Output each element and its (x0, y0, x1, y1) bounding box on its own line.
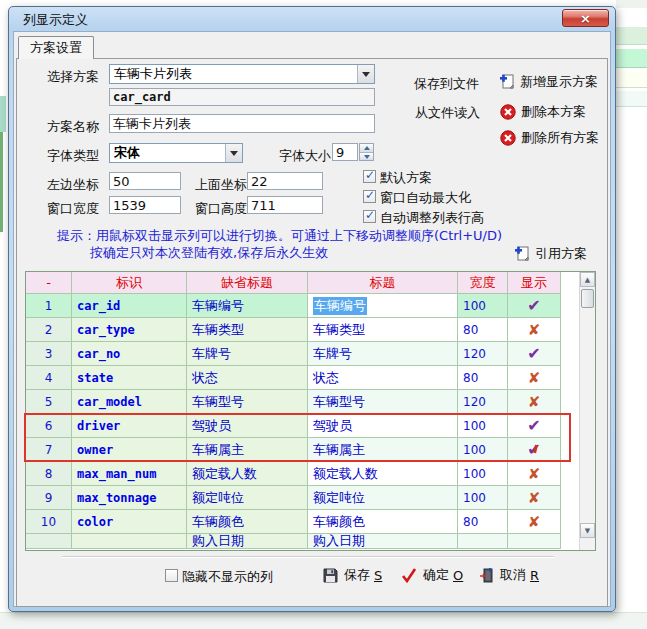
checkbox-icon[interactable] (363, 210, 376, 223)
header-cell[interactable]: 缺省标题 (187, 272, 308, 294)
save-button[interactable]: 保存S (323, 566, 382, 584)
top-coord-input[interactable] (247, 172, 323, 190)
title-cell[interactable]: 车辆颜色 (308, 510, 458, 534)
stepper-down-icon[interactable] (360, 152, 373, 160)
stepper-up-icon[interactable] (360, 144, 373, 152)
visible-cell[interactable]: ✘ (508, 366, 561, 390)
save-to-file-button[interactable]: 保存到文件 (414, 75, 479, 93)
table-row-partial[interactable]: 购入日期购入日期 (26, 534, 595, 549)
table-row[interactable]: 5car_model车辆型号车辆型号120✘ (26, 390, 595, 414)
title-cell[interactable]: 驾驶员 (308, 414, 458, 438)
checkbox-auto-maximize[interactable]: 窗口自动最大化 (363, 189, 471, 207)
table-row[interactable]: 2car_type车辆类型车辆类型80✘ (26, 318, 595, 342)
width-cell[interactable]: 80 (458, 510, 508, 534)
scheme-select-combobox[interactable]: 车辆卡片列表 (109, 64, 375, 84)
table-row[interactable]: 10color车辆颜色车辆颜色80✘ (26, 510, 595, 534)
add-scheme-button[interactable]: 新增显示方案 (499, 73, 598, 91)
scheme-name-label: 方案名称 (47, 118, 99, 136)
reference-scheme-button[interactable]: 引用方案 (514, 245, 587, 263)
row-number-cell[interactable]: 9 (26, 486, 72, 510)
visible-cell[interactable]: ✘ (508, 510, 561, 534)
window-width-input[interactable] (109, 196, 181, 214)
width-cell[interactable]: 80 (458, 366, 508, 390)
checkbox-icon[interactable] (363, 170, 376, 183)
title-cell[interactable]: 状态 (308, 366, 458, 390)
table-row[interactable]: 8max_man_num额定载人数额定载人数100✘ (26, 462, 595, 486)
width-cell[interactable]: 80 (458, 318, 508, 342)
width-cell[interactable]: 120 (458, 342, 508, 366)
font-type-combobox[interactable]: 宋体 (109, 143, 243, 163)
vertical-scrollbar[interactable]: ▲ ▼ (579, 272, 595, 550)
visible-cell[interactable] (508, 534, 561, 549)
row-number-cell[interactable]: 6 (26, 414, 72, 438)
row-number-cell[interactable] (26, 534, 72, 549)
tab-scheme-settings[interactable]: 方案设置 (18, 36, 94, 59)
table-row[interactable]: 9max_tonnage额定吨位额定吨位100✘ (26, 486, 595, 510)
window-width-label: 窗口宽度 (47, 200, 99, 218)
header-cell[interactable]: 显示 (508, 272, 561, 294)
visible-cell[interactable]: ✘ (508, 486, 561, 510)
row-number-cell[interactable]: 5 (26, 390, 72, 414)
row-number-cell[interactable]: 3 (26, 342, 72, 366)
visible-cell[interactable]: ✘ (508, 462, 561, 486)
font-size-input[interactable] (332, 143, 358, 161)
title-cell[interactable]: 车辆型号 (308, 390, 458, 414)
visible-cell[interactable]: ✔ (508, 294, 561, 318)
width-cell[interactable] (458, 534, 508, 549)
width-cell[interactable]: 120 (458, 390, 508, 414)
checkbox-hide-hidden-columns[interactable]: 隐藏不显示的列 (165, 568, 273, 586)
dialog-titlebar[interactable]: 列显示定义 × (9, 7, 615, 31)
width-cell[interactable]: 100 (458, 462, 508, 486)
visible-cell[interactable]: ✘ (508, 318, 561, 342)
chevron-down-icon[interactable] (357, 65, 374, 83)
ok-button[interactable]: 确定O (401, 566, 463, 584)
checkbox-icon[interactable] (165, 569, 178, 582)
left-coord-input[interactable] (109, 172, 181, 190)
title-cell[interactable]: 车辆编号 (308, 294, 458, 318)
visible-cell[interactable]: ✔ (508, 414, 561, 438)
table-row[interactable]: 3car_no车牌号车牌号120✔ (26, 342, 595, 366)
scrollbar-thumb[interactable] (581, 289, 594, 308)
width-cell[interactable]: 100 (458, 486, 508, 510)
checkbox-auto-row-height[interactable]: 自动调整列表行高 (363, 209, 484, 227)
title-cell[interactable]: 车辆类型 (308, 318, 458, 342)
header-cell[interactable]: - (26, 272, 72, 294)
delete-all-schemes-button[interactable]: 删除所有方案 (500, 129, 599, 147)
row-number-cell[interactable]: 4 (26, 366, 72, 390)
table-row[interactable]: 6driver驾驶员驾驶员100✔ (26, 414, 595, 438)
title-cell[interactable]: 车牌号 (308, 342, 458, 366)
row-number-cell[interactable]: 2 (26, 318, 72, 342)
chevron-down-icon[interactable] (225, 144, 242, 162)
row-number-cell[interactable]: 7 (26, 438, 72, 462)
scheme-name-input[interactable] (109, 114, 375, 133)
table-row[interactable]: 4state状态状态80✘ (26, 366, 595, 390)
header-cell[interactable]: 标识 (72, 272, 187, 294)
scroll-up-icon[interactable]: ▲ (580, 272, 595, 287)
header-cell[interactable]: 宽度 (458, 272, 508, 294)
title-cell[interactable]: 额定载人数 (308, 462, 458, 486)
scheme-code-field[interactable]: car_card (109, 88, 375, 106)
close-button[interactable]: × (562, 9, 609, 27)
table-row[interactable]: 7owner车辆属主车辆属主100✔ (26, 438, 595, 462)
scroll-down-icon[interactable]: ▼ (580, 523, 595, 538)
visible-cell[interactable]: ✔ (508, 342, 561, 366)
row-number-cell[interactable]: 8 (26, 462, 72, 486)
row-number-cell[interactable]: 1 (26, 294, 72, 318)
row-number-cell[interactable]: 10 (26, 510, 72, 534)
checkbox-default-scheme[interactable]: 默认方案 (363, 169, 432, 187)
font-size-stepper[interactable] (359, 143, 374, 161)
visible-cell[interactable]: ✘ (508, 390, 561, 414)
cancel-button[interactable]: 取消R (480, 566, 539, 584)
title-cell[interactable]: 购入日期 (308, 534, 458, 549)
table-row[interactable]: 1car_id车辆编号车辆编号100✔ (26, 294, 595, 318)
title-cell[interactable]: 额定吨位 (308, 486, 458, 510)
width-cell[interactable]: 100 (458, 294, 508, 318)
width-cell[interactable]: 100 (458, 438, 508, 462)
header-cell[interactable]: 标题 (308, 272, 458, 294)
title-cell[interactable]: 车辆属主 (308, 438, 458, 462)
read-from-file-button[interactable]: 从文件读入 (415, 104, 480, 122)
width-cell[interactable]: 100 (458, 414, 508, 438)
window-height-input[interactable] (247, 196, 323, 214)
checkbox-icon[interactable] (363, 190, 376, 203)
delete-scheme-button[interactable]: 删除本方案 (500, 103, 586, 121)
